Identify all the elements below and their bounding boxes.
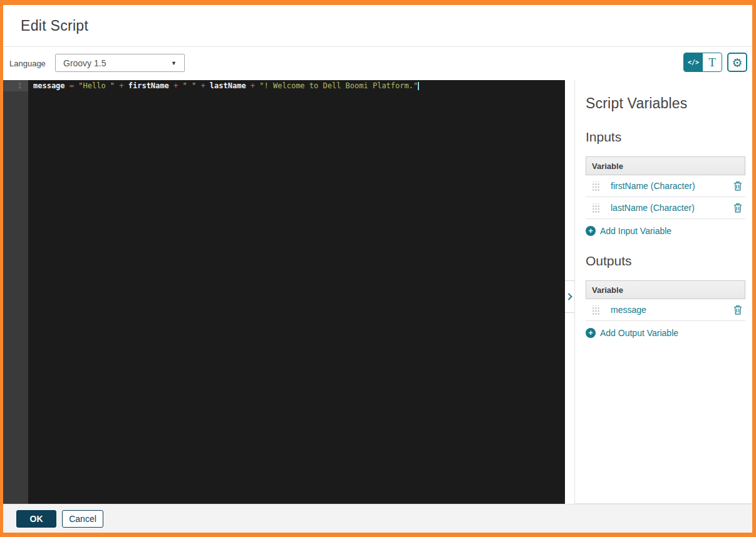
inputs-table: Variable firstName (Character) lastName …	[586, 156, 745, 219]
table-row: firstName (Character)	[586, 175, 745, 197]
code-token: message	[33, 81, 65, 90]
dialog-header: Edit Script	[3, 5, 752, 47]
outputs-column-header: Variable	[586, 280, 745, 299]
code-token: lastName	[210, 81, 246, 90]
add-input-variable-label: Add Input Variable	[600, 226, 671, 236]
text-view-button[interactable]: T	[703, 53, 722, 71]
cancel-button[interactable]: Cancel	[62, 510, 103, 528]
add-input-variable-button[interactable]: + Add Input Variable	[586, 226, 745, 236]
code-token: "Hello "	[78, 81, 115, 90]
delete-variable-button[interactable]	[733, 181, 742, 191]
outputs-heading: Outputs	[586, 253, 745, 268]
toolbar: Language Groovy 1.5 ▼ </> T ⚙	[3, 47, 752, 80]
trash-icon	[733, 181, 742, 191]
code-view-button[interactable]: </>	[684, 53, 703, 71]
trash-icon	[733, 305, 742, 315]
edit-script-dialog: Edit Script Language Groovy 1.5 ▼ </> T …	[3, 5, 752, 533]
code-token: +	[196, 81, 210, 90]
language-select[interactable]: Groovy 1.5 ▼	[55, 54, 185, 72]
inputs-column-header: Variable	[586, 156, 745, 175]
code-token: firstName	[128, 81, 169, 90]
code-token: +	[115, 81, 128, 90]
ok-button[interactable]: OK	[16, 510, 56, 528]
panel-collapse-handle[interactable]	[565, 280, 574, 313]
gear-icon: ⚙	[732, 56, 742, 69]
drag-handle-icon[interactable]	[591, 305, 601, 315]
plus-icon: +	[586, 328, 596, 338]
drag-handle-icon[interactable]	[591, 182, 601, 191]
code-line[interactable]: message = "Hello " + firstName + " " + l…	[28, 80, 565, 91]
variable-link[interactable]: firstName (Character)	[611, 181, 695, 191]
drag-handle-icon[interactable]	[591, 203, 601, 213]
delete-variable-button[interactable]	[733, 305, 742, 315]
language-select-value: Groovy 1.5	[63, 58, 106, 68]
dialog-title: Edit Script	[21, 18, 88, 34]
dialog-accent-border: Edit Script Language Groovy 1.5 ▼ </> T …	[0, 0, 756, 537]
language-label: Language	[9, 59, 46, 68]
text-icon: T	[708, 56, 716, 69]
code-token: "! Welcome to Dell Boomi Platform."	[259, 81, 418, 90]
dropdown-arrow-icon: ▼	[171, 60, 177, 66]
code-editor[interactable]: 1 message = "Hello " + firstName + " " +…	[3, 80, 565, 504]
code-icon: </>	[688, 59, 699, 66]
dialog-footer: OK Cancel	[3, 504, 752, 533]
editor-view-toggle: </> T	[683, 53, 722, 72]
editor-gutter: 1	[3, 80, 28, 504]
code-token: +	[169, 81, 183, 90]
plus-icon: +	[586, 226, 596, 236]
variable-link[interactable]: message	[611, 305, 646, 315]
script-variables-panel: Script Variables Inputs Variable firstNa…	[575, 80, 752, 504]
settings-button[interactable]: ⚙	[727, 53, 747, 72]
trash-icon	[733, 203, 742, 213]
panel-title: Script Variables	[586, 95, 745, 112]
table-row: lastName (Character)	[586, 197, 745, 219]
text-cursor	[418, 82, 419, 90]
add-output-variable-label: Add Output Variable	[600, 328, 678, 338]
code-token: +	[246, 81, 260, 90]
variable-link[interactable]: lastName (Character)	[611, 203, 695, 213]
inputs-heading: Inputs	[586, 130, 745, 145]
line-number: 1	[3, 80, 28, 91]
delete-variable-button[interactable]	[733, 203, 742, 213]
panel-collapse-strip	[565, 80, 575, 504]
outputs-table: Variable message	[586, 280, 745, 321]
code-token: " "	[182, 81, 196, 90]
table-row: message	[586, 299, 745, 321]
add-output-variable-button[interactable]: + Add Output Variable	[586, 328, 745, 338]
code-token: =	[65, 81, 79, 90]
chevron-right-icon	[567, 293, 572, 300]
